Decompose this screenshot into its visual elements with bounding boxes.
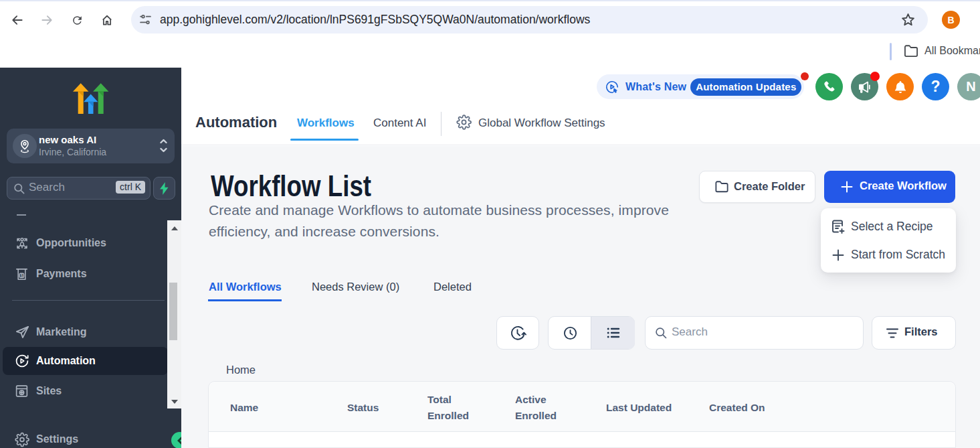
svg-text:$: $ (21, 273, 23, 279)
